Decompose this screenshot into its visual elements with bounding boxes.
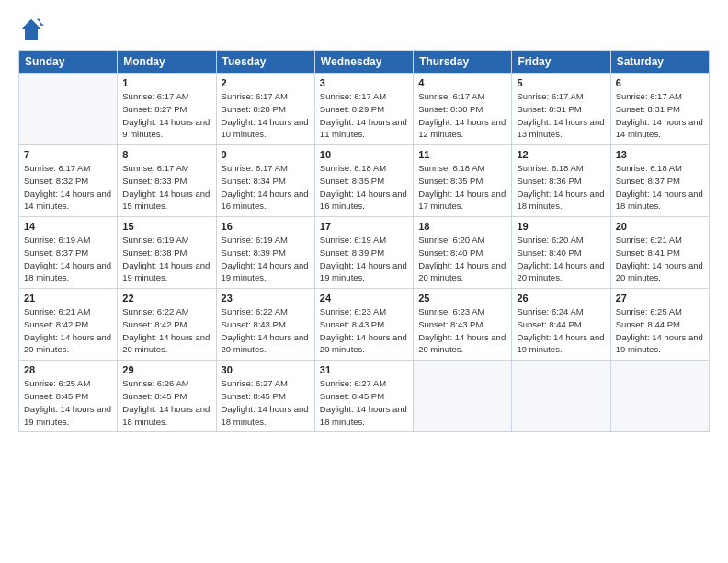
cell-info: Sunrise: 6:21 AMSunset: 8:41 PMDaylight:… (616, 234, 704, 284)
calendar-body: 1Sunrise: 6:17 AMSunset: 8:27 PMDaylight… (19, 74, 710, 432)
cell-date: 28 (24, 364, 112, 375)
calendar-cell (610, 361, 709, 432)
calendar-cell: 13Sunrise: 6:18 AMSunset: 8:37 PMDayligh… (610, 145, 709, 217)
cell-info: Sunrise: 6:18 AMSunset: 8:35 PMDaylight:… (320, 162, 408, 213)
cell-info: Sunrise: 6:23 AMSunset: 8:43 PMDaylight:… (418, 305, 506, 356)
cell-date: 19 (517, 221, 605, 232)
cell-info: Sunrise: 6:18 AMSunset: 8:35 PMDaylight:… (418, 162, 506, 213)
calendar-cell: 9Sunrise: 6:17 AMSunset: 8:34 PMDaylight… (216, 145, 314, 217)
calendar-cell: 30Sunrise: 6:27 AMSunset: 8:45 PMDayligh… (216, 361, 314, 432)
cell-info: Sunrise: 6:19 AMSunset: 8:39 PMDaylight:… (222, 234, 310, 284)
cell-date: 16 (222, 221, 310, 232)
cell-info: Sunrise: 6:20 AMSunset: 8:40 PMDaylight:… (517, 234, 605, 284)
calendar-cell: 11Sunrise: 6:18 AMSunset: 8:35 PMDayligh… (414, 145, 512, 217)
cell-date: 21 (24, 293, 112, 304)
header-day: Sunday (19, 51, 118, 74)
header-day: Friday (512, 51, 610, 74)
cell-info: Sunrise: 6:26 AMSunset: 8:45 PMDaylight:… (122, 377, 210, 428)
calendar-cell: 14Sunrise: 6:19 AMSunset: 8:37 PMDayligh… (19, 217, 118, 289)
calendar-cell: 28Sunrise: 6:25 AMSunset: 8:45 PMDayligh… (19, 361, 118, 432)
calendar-week-row: 7Sunrise: 6:17 AMSunset: 8:32 PMDaylight… (19, 145, 710, 217)
calendar-header: SundayMondayTuesdayWednesdayThursdayFrid… (19, 51, 710, 74)
cell-date: 15 (122, 221, 210, 232)
calendar-cell: 27Sunrise: 6:25 AMSunset: 8:44 PMDayligh… (610, 289, 709, 361)
cell-date: 10 (320, 149, 408, 160)
cell-info: Sunrise: 6:17 AMSunset: 8:33 PMDaylight:… (122, 162, 210, 213)
cell-date: 25 (418, 293, 506, 304)
cell-date: 22 (122, 293, 210, 304)
cell-date: 7 (24, 149, 112, 160)
cell-info: Sunrise: 6:24 AMSunset: 8:44 PMDaylight:… (517, 305, 605, 356)
calendar-cell: 29Sunrise: 6:26 AMSunset: 8:45 PMDayligh… (118, 361, 216, 432)
cell-info: Sunrise: 6:17 AMSunset: 8:28 PMDaylight:… (222, 90, 310, 141)
cell-date: 12 (517, 149, 605, 160)
cell-date: 4 (418, 77, 506, 88)
calendar-cell: 19Sunrise: 6:20 AMSunset: 8:40 PMDayligh… (512, 217, 610, 289)
cell-info: Sunrise: 6:17 AMSunset: 8:29 PMDaylight:… (320, 90, 408, 141)
calendar-cell: 2Sunrise: 6:17 AMSunset: 8:28 PMDaylight… (216, 74, 314, 145)
cell-info: Sunrise: 6:19 AMSunset: 8:39 PMDaylight:… (320, 234, 408, 284)
cell-date: 27 (616, 293, 704, 304)
cell-date: 17 (320, 221, 408, 232)
cell-info: Sunrise: 6:20 AMSunset: 8:40 PMDaylight:… (418, 234, 506, 284)
calendar-cell: 12Sunrise: 6:18 AMSunset: 8:36 PMDayligh… (512, 145, 610, 217)
logo-icon (18, 17, 44, 42)
cell-date: 18 (418, 221, 506, 232)
cell-info: Sunrise: 6:17 AMSunset: 8:31 PMDaylight:… (616, 90, 704, 141)
cell-date: 29 (122, 364, 210, 375)
calendar-cell (414, 361, 512, 432)
cell-date: 5 (517, 77, 605, 88)
calendar-cell: 3Sunrise: 6:17 AMSunset: 8:29 PMDaylight… (314, 74, 413, 145)
calendar-cell: 6Sunrise: 6:17 AMSunset: 8:31 PMDaylight… (610, 74, 709, 145)
cell-date: 3 (320, 77, 408, 88)
calendar-week-row: 14Sunrise: 6:19 AMSunset: 8:37 PMDayligh… (19, 217, 710, 289)
calendar-cell: 22Sunrise: 6:22 AMSunset: 8:42 PMDayligh… (118, 289, 216, 361)
calendar-cell: 24Sunrise: 6:23 AMSunset: 8:43 PMDayligh… (314, 289, 413, 361)
cell-date: 8 (122, 149, 210, 160)
calendar-cell (19, 74, 118, 145)
cell-info: Sunrise: 6:19 AMSunset: 8:37 PMDaylight:… (24, 234, 112, 284)
svg-marker-1 (37, 19, 44, 26)
cell-date: 6 (616, 77, 704, 88)
calendar-cell: 23Sunrise: 6:22 AMSunset: 8:43 PMDayligh… (216, 289, 314, 361)
calendar-cell: 4Sunrise: 6:17 AMSunset: 8:30 PMDaylight… (414, 74, 512, 145)
header-day: Saturday (610, 51, 709, 74)
cell-date: 11 (418, 149, 506, 160)
header-day: Tuesday (216, 51, 314, 74)
calendar-cell: 15Sunrise: 6:19 AMSunset: 8:38 PMDayligh… (118, 217, 216, 289)
cell-info: Sunrise: 6:25 AMSunset: 8:45 PMDaylight:… (24, 377, 112, 428)
cell-date: 13 (616, 149, 704, 160)
cell-date: 24 (320, 293, 408, 304)
calendar-cell: 16Sunrise: 6:19 AMSunset: 8:39 PMDayligh… (216, 217, 314, 289)
cell-date: 14 (24, 221, 112, 232)
cell-date: 26 (517, 293, 605, 304)
page: SundayMondayTuesdayWednesdayThursdayFrid… (0, 0, 728, 563)
cell-info: Sunrise: 6:18 AMSunset: 8:36 PMDaylight:… (517, 162, 605, 213)
cell-date: 23 (222, 293, 310, 304)
cell-info: Sunrise: 6:22 AMSunset: 8:43 PMDaylight:… (222, 305, 310, 356)
cell-info: Sunrise: 6:27 AMSunset: 8:45 PMDaylight:… (222, 377, 310, 428)
cell-info: Sunrise: 6:23 AMSunset: 8:43 PMDaylight:… (320, 305, 408, 356)
calendar-cell: 8Sunrise: 6:17 AMSunset: 8:33 PMDaylight… (118, 145, 216, 217)
calendar-cell: 1Sunrise: 6:17 AMSunset: 8:27 PMDaylight… (118, 74, 216, 145)
svg-marker-0 (21, 19, 41, 40)
cell-info: Sunrise: 6:21 AMSunset: 8:42 PMDaylight:… (24, 305, 112, 356)
calendar-cell: 25Sunrise: 6:23 AMSunset: 8:43 PMDayligh… (414, 289, 512, 361)
cell-date: 20 (616, 221, 704, 232)
calendar-week-row: 28Sunrise: 6:25 AMSunset: 8:45 PMDayligh… (19, 361, 710, 432)
cell-date: 30 (222, 364, 310, 375)
calendar-cell: 20Sunrise: 6:21 AMSunset: 8:41 PMDayligh… (610, 217, 709, 289)
calendar-cell: 21Sunrise: 6:21 AMSunset: 8:42 PMDayligh… (19, 289, 118, 361)
cell-info: Sunrise: 6:25 AMSunset: 8:44 PMDaylight:… (616, 305, 704, 356)
logo (18, 17, 46, 42)
cell-info: Sunrise: 6:22 AMSunset: 8:42 PMDaylight:… (122, 305, 210, 356)
cell-date: 2 (222, 77, 310, 88)
cell-info: Sunrise: 6:17 AMSunset: 8:31 PMDaylight:… (517, 90, 605, 141)
cell-date: 1 (122, 77, 210, 88)
calendar-week-row: 1Sunrise: 6:17 AMSunset: 8:27 PMDaylight… (19, 74, 710, 145)
header-day: Wednesday (314, 51, 413, 74)
cell-info: Sunrise: 6:17 AMSunset: 8:27 PMDaylight:… (122, 90, 210, 141)
calendar-week-row: 21Sunrise: 6:21 AMSunset: 8:42 PMDayligh… (19, 289, 710, 361)
calendar-cell (512, 361, 610, 432)
cell-info: Sunrise: 6:27 AMSunset: 8:45 PMDaylight:… (320, 377, 408, 428)
